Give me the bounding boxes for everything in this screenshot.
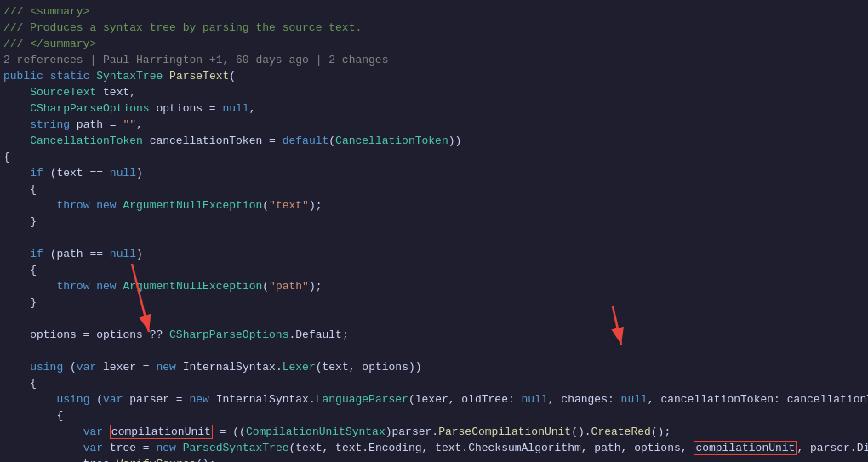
code-line: CSharpParseOptions options = null, (0, 100, 868, 117)
code-line: { (0, 408, 868, 424)
code-line: var tree = new ParsedSyntaxTree(text, te… (0, 440, 868, 456)
code-line: { (0, 149, 868, 165)
code-line: /// <summary> (0, 3, 868, 20)
code-line: tree.VerifySource(); (0, 456, 868, 462)
code-line: using (var parser = new InternalSyntax.L… (0, 391, 868, 408)
code-line: public static SyntaxTree ParseText( (0, 68, 868, 84)
code-line: 2 references | Paul Harrington +1, 60 da… (0, 52, 868, 68)
code-line: /// Produces a syntax tree by parsing th… (0, 20, 868, 36)
code-line: { (0, 375, 868, 391)
code-line: } (0, 294, 868, 311)
code-line: if (text == null) (0, 165, 868, 181)
compilation-unit-highlight-1: compilationUnit (110, 425, 213, 439)
code-line: string path = "", (0, 117, 868, 133)
code-line: throw new ArgumentNullException("text"); (0, 197, 868, 214)
code-line: throw new ArgumentNullException("path"); (0, 278, 868, 294)
code-line (0, 343, 868, 359)
compilation-unit-highlight-2: compilationUnit (694, 441, 797, 455)
code-line: var compilationUnit = ((CompilationUnitS… (0, 424, 868, 440)
code-lines: /// <summary>/// Produces a syntax tree … (0, 3, 868, 462)
code-line (0, 230, 868, 246)
code-line (0, 311, 868, 327)
code-line: } (0, 214, 868, 230)
code-line: { (0, 181, 868, 197)
code-line: /// </summary> (0, 36, 868, 52)
code-line: SourceText text, (0, 84, 868, 100)
code-line: if (path == null) (0, 246, 868, 262)
code-editor: /// <summary>/// Produces a syntax tree … (0, 0, 868, 462)
code-line: options = options ?? CSharpParseOptions.… (0, 327, 868, 343)
code-line: CancellationToken cancellationToken = de… (0, 133, 868, 149)
code-line: { (0, 262, 868, 278)
code-line: using (var lexer = new InternalSyntax.Le… (0, 359, 868, 375)
